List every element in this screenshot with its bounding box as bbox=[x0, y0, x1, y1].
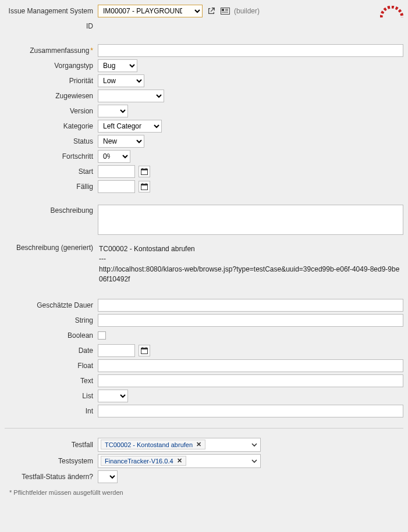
list-select[interactable] bbox=[98, 390, 128, 402]
svg-rect-6 bbox=[141, 169, 148, 171]
required-mark: * bbox=[90, 47, 93, 55]
section-divider bbox=[5, 428, 403, 429]
assigned-label: Zugewiesen bbox=[5, 90, 98, 102]
status-label: Status bbox=[5, 135, 98, 147]
summary-label: Zusammenfassung* bbox=[5, 45, 98, 56]
svg-rect-10 bbox=[141, 184, 148, 186]
description-label: Beschreibung bbox=[5, 205, 98, 216]
remove-chip-icon[interactable]: ✕ bbox=[177, 457, 182, 465]
description-generated-label: Beschreibung (generiert) bbox=[5, 242, 98, 253]
type-label: Vorgangstyp bbox=[5, 60, 98, 72]
version-label: Version bbox=[5, 105, 98, 117]
calendar-icon[interactable] bbox=[139, 345, 150, 356]
due-label: Fällig bbox=[5, 181, 98, 192]
testcase-select[interactable]: TC00002 - Kontostand abrufen ✕ bbox=[98, 438, 261, 452]
priority-select[interactable]: Low bbox=[98, 74, 144, 87]
estduration-input[interactable] bbox=[98, 299, 403, 312]
description-textarea[interactable] bbox=[98, 205, 403, 235]
text-label: Text bbox=[5, 375, 98, 387]
boolean-label: Boolean bbox=[5, 330, 98, 341]
calendar-icon[interactable] bbox=[139, 181, 150, 192]
calendar-icon[interactable] bbox=[139, 166, 150, 177]
changestatus-select[interactable] bbox=[98, 470, 118, 483]
list-label: List bbox=[5, 390, 98, 402]
text-input[interactable] bbox=[98, 374, 403, 387]
summary-input[interactable] bbox=[98, 44, 403, 57]
version-select[interactable] bbox=[98, 105, 128, 117]
start-input[interactable] bbox=[98, 165, 135, 178]
changestatus-label: Testfall-Status ändern? bbox=[5, 471, 98, 483]
testcase-chip: TC00002 - Kontostand abrufen ✕ bbox=[101, 440, 205, 449]
assigned-select[interactable] bbox=[98, 90, 164, 102]
due-input[interactable] bbox=[98, 180, 135, 193]
progress-label: Fortschritt bbox=[5, 151, 98, 162]
int-label: Int bbox=[5, 405, 98, 417]
logo-icon bbox=[380, 5, 403, 19]
int-input[interactable] bbox=[98, 405, 403, 417]
category-select[interactable]: Left Category bbox=[98, 120, 162, 133]
progress-select[interactable]: 0% bbox=[98, 150, 130, 163]
testsystem-label: Testsystem bbox=[5, 455, 98, 467]
chevron-down-icon[interactable] bbox=[251, 458, 258, 465]
remove-chip-icon[interactable]: ✕ bbox=[196, 441, 201, 448]
priority-label: Priorität bbox=[5, 75, 98, 87]
testsystem-select[interactable]: FinanceTracker-V16.0.4 ✕ bbox=[98, 454, 261, 468]
estduration-label: Geschätzte Dauer bbox=[5, 299, 98, 311]
testcase-label: Testfall bbox=[5, 439, 98, 451]
ims-label: Issue Management System bbox=[5, 5, 98, 17]
ims-select[interactable]: IM00007 - PLAYGROUND bbox=[98, 5, 203, 17]
chevron-down-icon[interactable] bbox=[251, 441, 258, 448]
description-generated-text: TC00002 - Kontostand abrufen --- http://… bbox=[98, 242, 403, 287]
status-select[interactable]: New bbox=[98, 135, 144, 148]
svg-rect-1 bbox=[222, 9, 224, 11]
type-select[interactable]: Bug bbox=[98, 59, 137, 72]
string-label: String bbox=[5, 315, 98, 326]
float-input[interactable] bbox=[98, 359, 403, 372]
string-input[interactable] bbox=[98, 314, 403, 327]
svg-rect-14 bbox=[141, 348, 148, 349]
category-label: Kategorie bbox=[5, 120, 98, 132]
required-note: * Pflichtfelder müssen ausgefüllt werden bbox=[9, 489, 403, 496]
date-label: Date bbox=[5, 345, 98, 356]
open-external-icon[interactable] bbox=[206, 5, 217, 17]
float-label: Float bbox=[5, 360, 98, 372]
start-label: Start bbox=[5, 166, 98, 177]
date-input[interactable] bbox=[98, 344, 135, 357]
card-icon[interactable] bbox=[220, 5, 230, 17]
boolean-checkbox[interactable] bbox=[98, 331, 106, 340]
id-label: ID bbox=[5, 20, 98, 32]
builder-text: (builder) bbox=[234, 7, 260, 15]
testsystem-chip: FinanceTracker-V16.0.4 ✕ bbox=[101, 456, 186, 466]
